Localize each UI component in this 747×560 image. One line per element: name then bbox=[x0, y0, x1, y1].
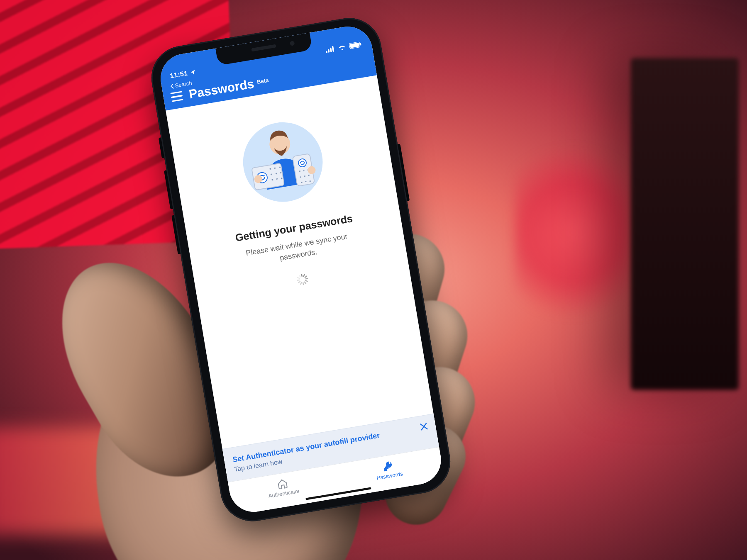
tab-label: Authenticator bbox=[268, 487, 300, 499]
bg-glow-2 bbox=[0, 427, 199, 535]
wifi-icon bbox=[337, 44, 347, 51]
svg-line-24 bbox=[304, 275, 305, 276]
svg-line-23 bbox=[302, 275, 302, 277]
svg-rect-2 bbox=[330, 48, 332, 52]
svg-line-29 bbox=[303, 283, 303, 285]
svg-line-28 bbox=[305, 282, 306, 284]
close-icon bbox=[418, 421, 430, 432]
svg-line-31 bbox=[298, 282, 300, 283]
photo-scene: 11:51 bbox=[0, 0, 747, 560]
beta-badge: Beta bbox=[256, 77, 269, 85]
bg-glow bbox=[515, 124, 631, 340]
chevron-left-icon bbox=[170, 83, 175, 89]
svg-line-26 bbox=[306, 279, 308, 279]
svg-line-30 bbox=[301, 282, 302, 284]
svg-rect-0 bbox=[326, 51, 327, 53]
svg-rect-6 bbox=[360, 43, 361, 46]
svg-line-34 bbox=[299, 275, 300, 277]
svg-line-25 bbox=[305, 276, 307, 278]
svg-rect-1 bbox=[328, 49, 330, 52]
svg-line-27 bbox=[305, 281, 307, 282]
loading-spinner-icon bbox=[295, 273, 310, 287]
home-icon bbox=[276, 477, 289, 490]
hamburger-menu-icon[interactable] bbox=[170, 91, 183, 102]
sync-illustration: ＊ ＊ ＊ ＊ ＊ ＊ ＊ ＊ ＊ ＊ ＊ ＊ ＊ ＊ ＊ ＊ bbox=[228, 108, 338, 218]
svg-line-32 bbox=[298, 280, 300, 280]
cellular-signal-icon bbox=[325, 46, 335, 53]
location-arrow-icon bbox=[190, 69, 196, 75]
svg-line-33 bbox=[298, 278, 299, 279]
key-icon bbox=[382, 460, 394, 472]
battery-icon bbox=[349, 41, 362, 49]
svg-rect-5 bbox=[350, 43, 359, 48]
svg-rect-3 bbox=[332, 46, 334, 52]
tab-label: Passwords bbox=[376, 470, 403, 481]
phone-screen: 11:51 bbox=[157, 23, 444, 516]
banner-close-button[interactable] bbox=[418, 421, 430, 432]
status-time: 11:51 bbox=[169, 70, 188, 80]
